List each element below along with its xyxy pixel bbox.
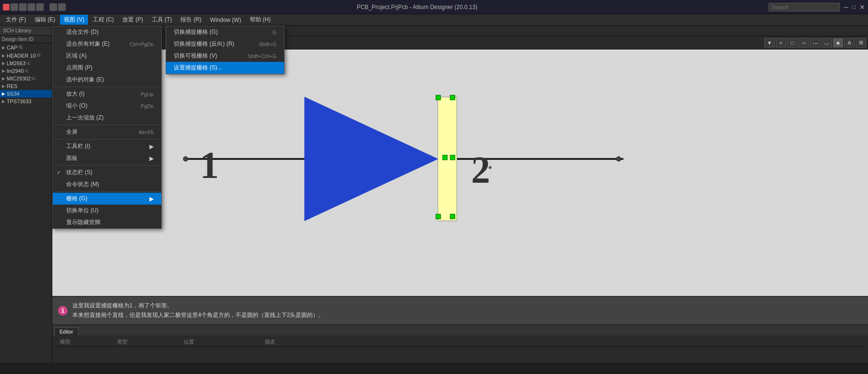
svg-point-15 [183, 157, 188, 161]
editor-col-model: 模型 [56, 338, 74, 345]
comp-name-mic29302: MIC29302 [7, 76, 31, 81]
comp-name-ss34: SS34 [7, 91, 20, 97]
undo-icon[interactable] [49, 3, 57, 11]
editor-content: 模型 类型 位置 描述 [52, 335, 868, 349]
menu-reports[interactable]: 报告 (R) [177, 15, 205, 25]
left-panel: SCH Library Design Item ID ▶ CAP 电 ▶ HEA… [0, 26, 52, 363]
comp-item-res[interactable]: ▶ RES [0, 82, 52, 90]
menu-fit-all[interactable]: 适合所有对象 (E) Ctrl+PgDn [53, 38, 161, 50]
editor-col-description: 描述 [261, 338, 279, 345]
svg-rect-9 [450, 214, 455, 219]
menu-project[interactable]: 工程 (C) [89, 15, 118, 25]
menu-show-hidden-pins[interactable]: 显示隐藏管脚 [53, 217, 161, 228]
menu-window[interactable]: Window (W) [206, 16, 245, 24]
svg-text:1: 1 [200, 144, 219, 186]
comp-name-res: RES [7, 83, 18, 89]
toolbar-text-btn[interactable]: A [844, 38, 855, 48]
component-list: ▶ CAP 电 ▶ HEADER 10 排 ▶ LM2663 IC ▶ lm29… [0, 43, 52, 363]
menu-selected[interactable]: 选中的对象 (E) [53, 74, 161, 86]
menu-fit-document[interactable]: 适合文件 (D) [53, 26, 161, 38]
comp-item-tps73633[interactable]: ▶ TPS73633 [0, 98, 52, 105]
app-icon [3, 4, 10, 10]
grid-set-snap[interactable]: 设置捕捉栅格 (S)... [166, 62, 284, 74]
comp-name-cap: CAP [7, 45, 18, 50]
search-input[interactable] [769, 3, 840, 11]
editor-tabs: Editor [52, 325, 868, 335]
close-button[interactable]: ✕ [859, 3, 865, 11]
toolbar-arc-btn[interactable]: ◡ [821, 38, 832, 48]
toolbar-fill-btn[interactable]: ■ [833, 38, 843, 48]
window-icon-group [3, 3, 66, 11]
window-title: PCB_Project.PrjPcb - Altium Designer (20… [357, 4, 477, 10]
comp-item-lm2663[interactable]: ▶ LM2663 IC [0, 59, 52, 67]
menu-last-zoom[interactable]: 上一次缩放 (Z) [53, 112, 161, 124]
grid-toggle-snap-reverse[interactable]: 切换捕捉栅格 (反向) (R) Shift+G [166, 38, 284, 50]
comp-item-cap[interactable]: ▶ CAP 电 [0, 43, 52, 51]
menu-zoom-out[interactable]: 缩小 (O) PgDn [53, 100, 161, 112]
menu-around-point[interactable]: 点周围 (P) [53, 62, 161, 74]
menu-grid[interactable]: 栅格 (G) ▶ [53, 193, 161, 205]
menu-divider-5 [53, 191, 161, 192]
comp-item-mic29302[interactable]: ▶ MIC29302 IC [0, 75, 52, 82]
comp-item-header10[interactable]: ▶ HEADER 10 排 [0, 51, 52, 59]
menu-bar: 文件 (F) 编辑 (E) 视图 (V) 工程 (C) 放置 (P) 工具 (T… [0, 14, 868, 26]
menu-panels[interactable]: 面板 ▶ [53, 152, 161, 164]
menu-toggle-units[interactable]: 切换单位 (U) [53, 205, 161, 217]
schematic-svg: 1 2 [52, 49, 868, 325]
menu-area[interactable]: 区域 (A) [53, 50, 161, 62]
svg-rect-7 [450, 95, 455, 100]
menu-edit[interactable]: 编辑 (E) [31, 15, 59, 25]
menu-zoom-in[interactable]: 放大 (I) PgUp [53, 88, 161, 100]
print-icon[interactable] [36, 3, 44, 11]
svg-rect-11 [450, 155, 455, 160]
file-save-icon[interactable] [28, 3, 35, 11]
toolbar-line-btn[interactable]: — [810, 38, 820, 48]
svg-rect-8 [436, 214, 441, 219]
redo-icon[interactable] [58, 3, 66, 11]
menu-divider-2 [53, 125, 161, 125]
menu-tools[interactable]: 工具 (T) [148, 15, 176, 25]
file-open-icon[interactable] [19, 3, 27, 11]
comp-name-header10: HEADER 10 [7, 53, 36, 59]
comp-item-ss34[interactable]: ▶ SS34 [0, 90, 52, 98]
maximize-button[interactable]: □ [852, 4, 856, 10]
annotation-bar: 1 这里我设置捕捉栅格为1，画了个矩形。 本来想直接画个直线，但是我发现人家二极… [52, 296, 868, 325]
menu-help[interactable]: 帮助 (H) [246, 15, 275, 25]
grid-toggle-snap[interactable]: 切换捕捉栅格 (G) G [166, 26, 284, 38]
annotation-number: 1 [58, 306, 68, 315]
comp-name-lm2940: lm2940 [7, 68, 24, 74]
svg-rect-10 [443, 155, 447, 160]
menu-toolbars[interactable]: 工具栏 (I) ▶ [53, 140, 161, 152]
toolbar-add-btn[interactable]: + [776, 38, 786, 48]
menu-place[interactable]: 放置 (P) [118, 15, 147, 25]
minimize-button[interactable]: ─ [844, 3, 848, 11]
editor-col-position: 位置 [180, 338, 198, 345]
comp-name-lm2663: LM2663 [7, 60, 26, 66]
menu-divider-1 [53, 87, 161, 87]
annotation-line2: 本来想直接画个直线，但是我发现人家二极管这里4个角是方的，不是圆的（直线上下2头… [72, 311, 324, 320]
file-new-icon[interactable] [10, 3, 18, 11]
panel-title: SCH Library [0, 26, 52, 36]
col-design-item-id: Design Item ID [2, 37, 33, 42]
comp-item-lm2940[interactable]: ▶ lm2940 IC [0, 67, 52, 75]
menu-file[interactable]: 文件 (F) [2, 15, 30, 25]
editor-tab-main[interactable]: Editor [54, 327, 79, 335]
menu-command-status[interactable]: 命令状态 (M) [53, 178, 161, 190]
schematic-canvas[interactable]: 1 2 1 这里我设置捕捉栅格为1，画了个矩形。 本来想直接画个直线，但是我发现… [52, 49, 868, 325]
component-header: Design Item ID [0, 36, 52, 43]
menu-divider-3 [53, 139, 161, 139]
grid-toggle-visible[interactable]: 切换可视栅格 (V) Shift+Ctrl+G [166, 50, 284, 62]
editor-col-type: 类型 [113, 338, 131, 345]
menu-view[interactable]: 视图 (V) [60, 15, 88, 25]
menu-status-bar[interactable]: 状态栏 (S) [53, 167, 161, 178]
title-bar: PCB_Project.PrjPcb - Altium Designer (20… [0, 0, 868, 14]
menu-fullscreen[interactable]: 全屏 Alt+F5 [53, 126, 161, 138]
toolbar-filter-btn[interactable]: ▼ [764, 38, 775, 48]
toolbar-rect-btn[interactable]: □ [787, 38, 798, 48]
content-area: SCB_demo.SchLib ✕ ▼ + □ ▭ — ◡ ■ A ⊞ [52, 26, 868, 363]
comp-name-tps73633: TPS73633 [7, 98, 31, 104]
toolbar-grid-btn[interactable]: ⊞ [856, 38, 866, 48]
editor-header: 模型 类型 位置 描述 [54, 337, 866, 347]
toolbar-rect2-btn[interactable]: ▭ [799, 38, 809, 48]
svg-point-16 [616, 157, 621, 161]
